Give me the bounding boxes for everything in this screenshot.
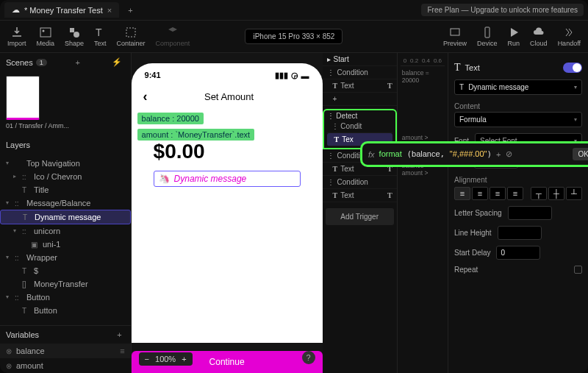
- layer-row[interactable]: TTitle: [0, 183, 131, 196]
- media-button[interactable]: Media: [37, 26, 55, 47]
- svg-rect-5: [126, 28, 135, 37]
- svg-rect-2: [70, 28, 74, 32]
- unicorn-icon: 🦄: [159, 174, 170, 184]
- shape-button[interactable]: Shape: [65, 26, 84, 47]
- document-tab[interactable]: ☁ * Money Transfer Test ×: [4, 2, 119, 18]
- svg-point-1: [42, 29, 44, 32]
- tab-title: * Money Transfer Test: [24, 6, 103, 15]
- valign-mid-button[interactable]: ┼: [548, 187, 564, 200]
- trigger-text[interactable]: T Text T: [323, 79, 397, 93]
- cloud-button[interactable]: Cloud: [530, 26, 548, 47]
- wifi-icon: ◶: [291, 71, 298, 80]
- cloud-icon: ☁: [12, 5, 20, 15]
- trigger-detect[interactable]: ⋮ Detect: [327, 112, 392, 120]
- fx-icon: fx: [368, 150, 375, 159]
- trigger-text-4[interactable]: T Text T: [323, 189, 397, 202]
- formula-add-button[interactable]: +: [496, 150, 501, 159]
- timeline-ticks: 00.20.40.6: [401, 56, 445, 66]
- device-button[interactable]: Device: [477, 26, 498, 47]
- valign-top-button[interactable]: ┬: [531, 187, 547, 200]
- dynamic-message-element[interactable]: 🦄 Dynamic message: [154, 171, 301, 187]
- text-button[interactable]: TText: [94, 26, 107, 47]
- formula-clear-button[interactable]: ⊘: [506, 149, 512, 159]
- layers-header: Layers: [0, 136, 131, 154]
- container-button[interactable]: Container: [117, 26, 146, 47]
- help-button[interactable]: ?: [302, 351, 315, 364]
- trigger-condition-4[interactable]: ⋮ Condition: [323, 176, 397, 189]
- variable-row[interactable]: ⊗balance≡: [0, 344, 131, 358]
- component-button[interactable]: Component: [156, 26, 190, 47]
- overlay-tags: balance : 20000 amount : `MoneyTransfer`…: [137, 110, 255, 143]
- align-center-button[interactable]: ≡: [472, 187, 488, 200]
- svg-rect-7: [485, 27, 490, 38]
- layer-row[interactable]: ▾::Message/Balance: [0, 196, 131, 210]
- add-trigger-button[interactable]: Add Trigger: [326, 208, 394, 225]
- add-scene-button[interactable]: +: [72, 58, 82, 67]
- handoff-button[interactable]: Handoff: [558, 26, 581, 47]
- trigger-condition[interactable]: ⋮ Condition: [323, 66, 397, 79]
- layer-row[interactable]: ▾::Button: [0, 291, 131, 304]
- preview-button[interactable]: Preview: [443, 26, 467, 47]
- start-delay-input[interactable]: [496, 246, 540, 260]
- scene-flash-icon[interactable]: ⚡: [109, 57, 125, 67]
- valign-bottom-button[interactable]: ┴: [566, 187, 582, 200]
- zoom-in-button[interactable]: +: [182, 355, 186, 363]
- battery-icon: ▬: [301, 71, 309, 80]
- layer-row[interactable]: []MoneyTransfer: [0, 277, 131, 291]
- align-right-button[interactable]: ≡: [490, 187, 506, 200]
- layer-row[interactable]: ▾::Wrapper: [0, 251, 131, 264]
- svg-rect-6: [451, 29, 459, 35]
- layer-row[interactable]: ▾::unicorn: [0, 224, 131, 238]
- text-source-dropdown[interactable]: TDynamic message▾: [454, 79, 582, 95]
- align-left-button[interactable]: ≡: [454, 187, 470, 200]
- line-height-input[interactable]: [498, 226, 542, 240]
- svg-text:T: T: [96, 26, 102, 38]
- variables-header: Variables+: [0, 326, 131, 344]
- repeat-checkbox[interactable]: [574, 266, 582, 274]
- device-selector[interactable]: iPhone 15 Pro 393 × 852: [245, 29, 343, 44]
- formula-ok-button[interactable]: OK: [573, 148, 588, 160]
- trigger-start[interactable]: ▸ Start: [323, 53, 397, 66]
- letter-spacing-input[interactable]: [508, 206, 552, 220]
- content-label: Content: [454, 102, 582, 110]
- layer-row[interactable]: ▸::Ico / Chevron: [0, 170, 131, 183]
- content-type-dropdown[interactable]: Formula▾: [454, 112, 582, 127]
- layer-row[interactable]: ▣uni-1: [0, 238, 131, 251]
- align-justify-button[interactable]: ≡: [507, 187, 523, 200]
- variable-row[interactable]: ⊗amount: [0, 358, 131, 373]
- add-variable-button[interactable]: +: [114, 330, 124, 339]
- scenes-header: Scenes1 + ⚡: [0, 53, 131, 71]
- inspector-header: TText: [454, 59, 582, 77]
- layer-row[interactable]: TButton: [0, 304, 131, 317]
- phone-canvas[interactable]: 9:41 ▮▮▮◶▬ ‹ Set Amount balance : 20000 …: [132, 63, 323, 343]
- zoom-out-button[interactable]: −: [145, 355, 149, 363]
- new-tab-button[interactable]: +: [123, 6, 137, 15]
- run-button[interactable]: Run: [508, 26, 520, 47]
- trigger-add-text[interactable]: +: [323, 93, 397, 106]
- svg-point-3: [74, 32, 79, 38]
- import-button[interactable]: Import: [7, 26, 26, 47]
- formula-editor[interactable]: fx format (balance, "#,###.00") + ⊘ OK: [360, 141, 588, 167]
- layer-row[interactable]: TDynamic message: [0, 210, 131, 224]
- upgrade-banner[interactable]: Free Plan — Upgrade to unlock more featu…: [421, 4, 584, 16]
- layer-row[interactable]: ▾Top Navigation: [0, 157, 131, 170]
- text-toggle[interactable]: [563, 63, 582, 73]
- scene-thumbnail[interactable]: [6, 76, 40, 120]
- layer-row[interactable]: T$: [0, 264, 131, 277]
- page-title: Set Amount: [148, 91, 311, 102]
- formula-code[interactable]: format (balance, "#,###.00"): [379, 149, 492, 159]
- status-bar: 9:41 ▮▮▮◶▬: [132, 63, 323, 83]
- signal-icon: ▮▮▮: [275, 71, 288, 80]
- svg-rect-0: [40, 28, 51, 37]
- trigger-condition-2[interactable]: ⋮ Condit: [327, 120, 392, 133]
- close-icon[interactable]: ×: [107, 6, 112, 15]
- scene-caption: 01 / Transfer / Amm...: [0, 122, 131, 136]
- zoom-control[interactable]: − 100% +: [139, 352, 193, 366]
- alignment-bar: ≡ ≡ ≡ ≡ ┬ ┼ ┴: [454, 187, 582, 200]
